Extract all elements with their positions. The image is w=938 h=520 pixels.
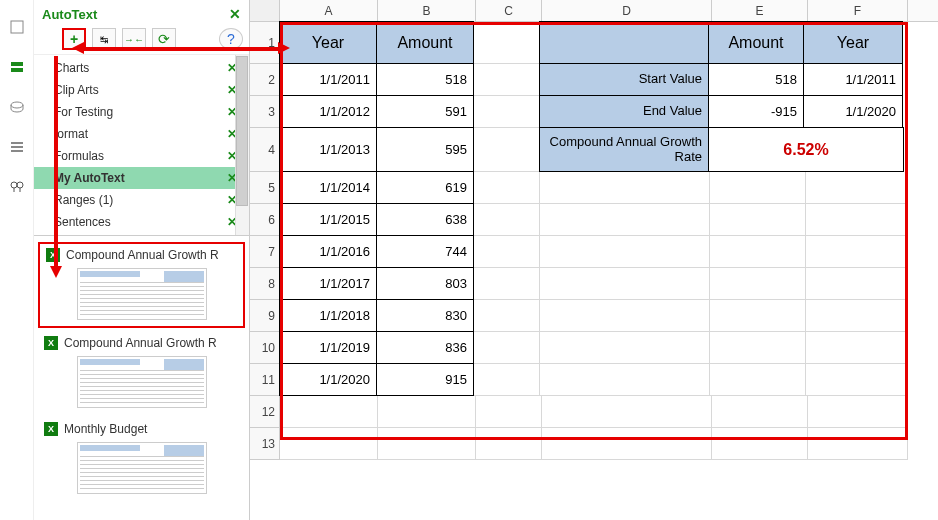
- col-header-B[interactable]: B: [378, 0, 476, 21]
- row-header[interactable]: 11: [250, 364, 280, 396]
- empty-cell[interactable]: [710, 364, 806, 396]
- empty-cell[interactable]: [710, 172, 806, 204]
- empty-cell[interactable]: [806, 172, 906, 204]
- data-cell[interactable]: 591: [376, 95, 474, 128]
- tb-help-button[interactable]: ?: [219, 28, 243, 50]
- row-header[interactable]: 3: [250, 96, 280, 128]
- empty-cell[interactable]: [808, 428, 908, 460]
- autotext-entry[interactable]: XCompound Annual Growth R: [38, 242, 245, 328]
- data-cell[interactable]: 915: [376, 363, 474, 396]
- data-cell[interactable]: 803: [376, 267, 474, 300]
- empty-cell[interactable]: [806, 332, 906, 364]
- empty-cell[interactable]: [378, 396, 476, 428]
- col-header-A[interactable]: A: [280, 0, 378, 21]
- empty-cell[interactable]: [540, 332, 710, 364]
- tool-icon-4[interactable]: [8, 138, 26, 156]
- empty-cell[interactable]: [806, 300, 906, 332]
- tool-icon-2[interactable]: [8, 58, 26, 76]
- tool-icon-5[interactable]: [8, 178, 26, 196]
- category-item[interactable]: Clip Arts✕: [34, 79, 249, 101]
- row-header[interactable]: 12: [250, 396, 280, 428]
- row-header[interactable]: 6: [250, 204, 280, 236]
- empty-cell[interactable]: [710, 268, 806, 300]
- empty-cell[interactable]: [712, 396, 808, 428]
- empty-cell[interactable]: [710, 236, 806, 268]
- data-cell[interactable]: 836: [376, 331, 474, 364]
- category-list[interactable]: Charts✕Clip Arts✕For Testing✕format✕Form…: [34, 55, 249, 235]
- category-item[interactable]: For Testing✕: [34, 101, 249, 123]
- tool-icon-1[interactable]: [8, 18, 26, 36]
- empty-cell[interactable]: [710, 300, 806, 332]
- category-item[interactable]: My AutoText✕: [34, 167, 249, 189]
- header-cell[interactable]: Amount: [708, 21, 804, 64]
- col-header-F[interactable]: F: [808, 0, 908, 21]
- empty-cell[interactable]: [474, 128, 540, 172]
- empty-cell[interactable]: [540, 172, 710, 204]
- tool-icon-3[interactable]: [8, 98, 26, 116]
- label-cell[interactable]: Start Value: [539, 63, 709, 96]
- row-header[interactable]: 10: [250, 332, 280, 364]
- category-scrollbar[interactable]: [235, 55, 249, 235]
- header-cell[interactable]: Year: [803, 21, 903, 64]
- data-cell[interactable]: 830: [376, 299, 474, 332]
- tb-move-button[interactable]: →←: [122, 28, 146, 50]
- empty-cell[interactable]: [542, 396, 712, 428]
- col-header-C[interactable]: C: [476, 0, 542, 21]
- row-header[interactable]: 13: [250, 428, 280, 460]
- empty-cell[interactable]: [540, 236, 710, 268]
- row-header[interactable]: 4: [250, 128, 280, 172]
- empty-cell[interactable]: [806, 268, 906, 300]
- data-cell[interactable]: 1/1/2011: [803, 63, 903, 96]
- row-header[interactable]: 7: [250, 236, 280, 268]
- empty-cell[interactable]: [474, 204, 540, 236]
- data-cell[interactable]: 1/1/2013: [279, 127, 377, 172]
- label-cell[interactable]: Compound Annual Growth Rate: [539, 127, 709, 172]
- empty-cell[interactable]: [540, 300, 710, 332]
- tb-collapse-button[interactable]: ↹: [92, 28, 116, 50]
- spreadsheet[interactable]: A B C D E F 1 Year Amount Amount Year 2 …: [250, 0, 938, 520]
- row-header[interactable]: 8: [250, 268, 280, 300]
- data-cell[interactable]: 1/1/2019: [279, 331, 377, 364]
- data-cell[interactable]: 1/1/2017: [279, 267, 377, 300]
- empty-cell[interactable]: [540, 268, 710, 300]
- empty-cell[interactable]: [806, 204, 906, 236]
- empty-cell[interactable]: [474, 332, 540, 364]
- empty-cell[interactable]: [474, 96, 540, 128]
- row-header[interactable]: 9: [250, 300, 280, 332]
- sidebar-close-icon[interactable]: ✕: [229, 6, 241, 22]
- empty-cell[interactable]: [476, 396, 542, 428]
- empty-cell[interactable]: [474, 64, 540, 96]
- row-header[interactable]: 1: [250, 22, 280, 64]
- cagr-result-cell[interactable]: 6.52%: [708, 127, 904, 172]
- col-header-E[interactable]: E: [712, 0, 808, 21]
- scroll-thumb[interactable]: [236, 56, 248, 206]
- empty-cell[interactable]: [474, 364, 540, 396]
- add-autotext-button[interactable]: +: [62, 28, 86, 50]
- empty-cell[interactable]: [540, 204, 710, 236]
- header-cell[interactable]: [539, 21, 709, 64]
- empty-cell[interactable]: [540, 364, 710, 396]
- empty-cell[interactable]: [474, 172, 540, 204]
- col-header-D[interactable]: D: [542, 0, 712, 21]
- data-cell[interactable]: 1/1/2016: [279, 235, 377, 268]
- data-cell[interactable]: 1/1/2015: [279, 203, 377, 236]
- data-cell[interactable]: 1/1/2020: [803, 95, 903, 128]
- select-all-corner[interactable]: [250, 0, 280, 21]
- empty-cell[interactable]: [474, 22, 540, 64]
- data-cell[interactable]: 619: [376, 171, 474, 204]
- empty-cell[interactable]: [474, 268, 540, 300]
- row-header[interactable]: 2: [250, 64, 280, 96]
- category-item[interactable]: format✕: [34, 123, 249, 145]
- data-cell[interactable]: -915: [708, 95, 804, 128]
- empty-cell[interactable]: [474, 300, 540, 332]
- data-cell[interactable]: 744: [376, 235, 474, 268]
- data-cell[interactable]: 1/1/2012: [279, 95, 377, 128]
- empty-cell[interactable]: [280, 396, 378, 428]
- data-cell[interactable]: 1/1/2018: [279, 299, 377, 332]
- data-cell[interactable]: 638: [376, 203, 474, 236]
- header-cell[interactable]: Amount: [376, 21, 474, 64]
- data-cell[interactable]: 518: [376, 63, 474, 96]
- header-cell[interactable]: Year: [279, 21, 377, 64]
- row-header[interactable]: 5: [250, 172, 280, 204]
- category-item[interactable]: Ranges (1)✕: [34, 189, 249, 211]
